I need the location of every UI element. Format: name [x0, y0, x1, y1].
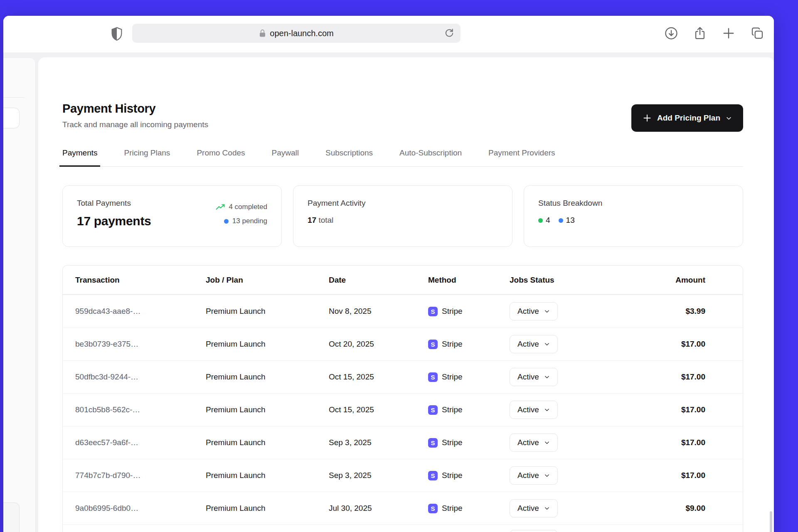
jobs-status-cell: Active: [510, 499, 647, 517]
chevron-down-icon: [544, 473, 550, 478]
status-dropdown[interactable]: Active: [510, 302, 558, 320]
toolbar-actions: [664, 26, 765, 41]
transaction-id: 801cb5b8-562c-…: [75, 405, 206, 414]
plan-name: Premium Launch: [206, 307, 329, 316]
plan-name: Premium Launch: [206, 471, 329, 480]
method-label: Stripe: [442, 504, 463, 513]
status-dropdown[interactable]: Active: [510, 368, 558, 386]
col-method: Method: [428, 276, 510, 285]
tab-bar: Payments Pricing Plans Promo Codes Paywa…: [62, 148, 743, 167]
table-row: d63eec57-9a6f-… Premium Launch Sep 3, 20…: [63, 426, 743, 459]
page-title: Payment History: [62, 102, 208, 116]
stripe-icon: S: [428, 372, 438, 382]
chevron-down-icon: [544, 341, 550, 347]
method-label: Stripe: [442, 438, 463, 447]
jobs-status-cell: Active: [510, 368, 647, 386]
transaction-id: be3b0739-e375…: [75, 340, 206, 349]
status-label: Active: [517, 405, 539, 414]
method-label: Stripe: [442, 405, 463, 414]
page-header-titles: Payment History Track and manage all inc…: [62, 102, 208, 129]
payment-amount: $17.00: [681, 372, 705, 382]
payment-amount: $9.00: [685, 504, 705, 513]
stripe-icon: S: [428, 471, 438, 480]
stripe-icon: S: [428, 438, 438, 448]
total-payments-breakdown: 4 completed 13 pending: [216, 199, 267, 228]
status-dropdown[interactable]: Active: [510, 530, 558, 532]
col-jobs-status: Jobs Status: [510, 276, 647, 285]
main-content: Payment History Track and manage all inc…: [38, 57, 774, 532]
stripe-icon: S: [428, 340, 438, 349]
status-label: Active: [517, 340, 539, 349]
status-label: Active: [517, 471, 539, 480]
tab-payments[interactable]: Payments: [62, 148, 97, 166]
table-row: 50dfbc3d-9244-… Premium Launch Oct 15, 2…: [63, 360, 743, 393]
add-pricing-plan-label: Add Pricing Plan: [657, 113, 720, 123]
browser-toolbar: open-launch.com: [3, 16, 774, 52]
jobs-status-cell: Active: [510, 302, 647, 320]
tab-overview-icon[interactable]: [750, 26, 765, 41]
address-bar[interactable]: open-launch.com: [132, 24, 461, 43]
total-payments-value: 17 payments: [77, 214, 151, 228]
plan-name: Premium Launch: [206, 340, 329, 349]
url-text: open-launch.com: [270, 29, 333, 38]
tab-payment-providers[interactable]: Payment Providers: [488, 148, 555, 166]
status-dropdown[interactable]: Active: [510, 466, 558, 485]
sidebar-divider: [3, 97, 25, 98]
status-dropdown[interactable]: Active: [510, 335, 558, 353]
jobs-status-cell: Active: [510, 466, 647, 485]
browser-window: open-launch.com: [3, 16, 774, 532]
add-pricing-plan-button[interactable]: Add Pricing Plan: [631, 104, 743, 132]
transaction-id: 959dca43-aae8-…: [75, 307, 206, 316]
payment-amount: $17.00: [681, 471, 705, 480]
payment-date: Oct 15, 2025: [329, 405, 428, 414]
privacy-shield-icon[interactable]: [110, 26, 124, 42]
payment-method: S Stripe: [428, 504, 510, 513]
tab-pricing-plans[interactable]: Pricing Plans: [124, 148, 170, 166]
plan-name: Premium Launch: [206, 372, 329, 382]
status-breakdown-values: 4 13: [538, 216, 729, 225]
vertical-scrollbar[interactable]: [770, 511, 772, 532]
chevron-down-icon: [544, 407, 550, 413]
status-breakdown-card: Status Breakdown 4 13: [524, 185, 743, 247]
status-dropdown[interactable]: Active: [510, 499, 558, 517]
stripe-icon: S: [428, 307, 438, 316]
payment-activity-card: Payment Activity 17 total: [293, 185, 512, 247]
tab-promo-codes[interactable]: Promo Codes: [197, 148, 245, 166]
payment-amount: $17.00: [681, 340, 705, 349]
chevron-down-icon: [544, 308, 550, 314]
jobs-status-cell: Active: [510, 335, 647, 353]
col-date: Date: [329, 276, 428, 285]
status-breakdown-label: Status Breakdown: [538, 199, 729, 208]
reload-icon[interactable]: [443, 27, 455, 39]
transaction-id: 50dfbc3d-9244-…: [75, 372, 206, 382]
stat-cards: Total Payments 17 payments: [62, 185, 743, 247]
tab-auto-subscription[interactable]: Auto-Subscription: [399, 148, 462, 166]
transaction-id: 9a0b6995-6db0…: [75, 504, 206, 513]
payment-amount: $17.00: [681, 405, 705, 414]
jobs-status-cell: Active: [510, 525, 647, 532]
status-label: Active: [517, 372, 539, 382]
activity-count: 17: [308, 216, 316, 224]
payment-method: S Stripe: [428, 471, 510, 480]
sidebar-search-input[interactable]: [3, 108, 20, 128]
table-row: 959dca43-aae8-… Premium Launch Nov 8, 20…: [63, 295, 743, 328]
tab-subscriptions[interactable]: Subscriptions: [325, 148, 373, 166]
page-subtitle: Track and manage all incoming payments: [62, 120, 208, 129]
payment-date: Sep 3, 2025: [329, 471, 428, 480]
chevron-down-icon: [544, 440, 550, 446]
status-dropdown[interactable]: Active: [510, 401, 558, 419]
downloads-icon[interactable]: [664, 26, 679, 41]
payment-method: S Stripe: [428, 372, 510, 382]
total-payments-label: Total Payments: [77, 199, 151, 208]
share-icon[interactable]: [692, 26, 707, 41]
status-dropdown[interactable]: Active: [510, 433, 558, 452]
pending-dot-icon: [224, 219, 229, 224]
payment-date: Nov 8, 2025: [329, 307, 428, 316]
new-tab-icon[interactable]: [721, 26, 736, 41]
stripe-icon: S: [428, 504, 438, 513]
lock-icon: [259, 29, 266, 37]
plan-name: Premium Launch: [206, 504, 329, 513]
status-label: Active: [517, 504, 539, 513]
tab-paywall[interactable]: Paywall: [272, 148, 299, 166]
payment-activity-value: 17 total: [308, 216, 498, 225]
